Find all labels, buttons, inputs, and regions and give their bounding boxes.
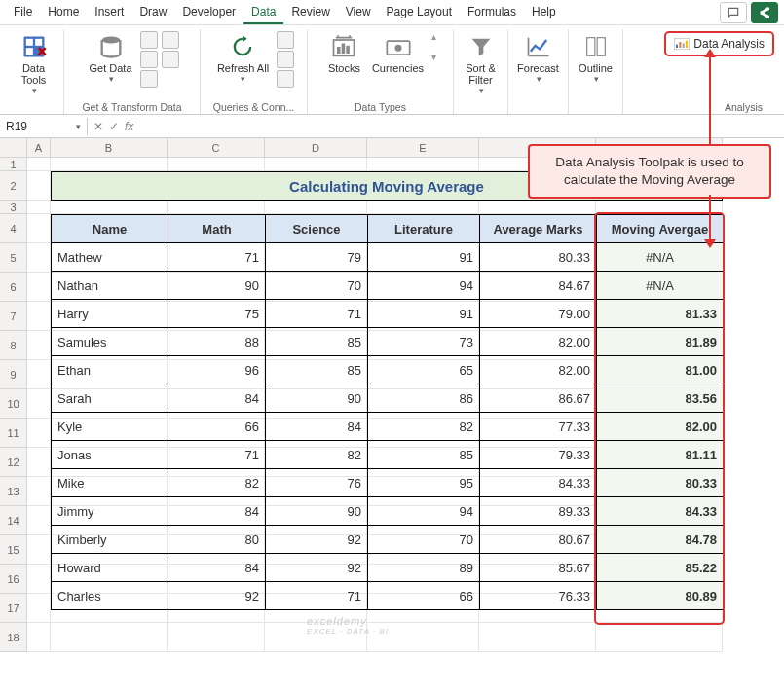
cell-A12[interactable] — [27, 448, 51, 477]
cell-value[interactable]: 77.33 — [480, 413, 597, 441]
cell-value[interactable]: 82 — [168, 469, 266, 497]
cell-value[interactable]: 70 — [266, 272, 368, 300]
cell-value[interactable]: 70 — [368, 526, 480, 554]
name-box[interactable]: R19▾ — [0, 118, 88, 135]
col-header-E[interactable]: E — [367, 138, 479, 158]
cell-value[interactable]: 85 — [368, 441, 480, 469]
sort-filter-button[interactable]: Sort & Filter▾ — [462, 31, 501, 97]
cell-value[interactable]: 95 — [368, 469, 480, 497]
share-button[interactable] — [751, 2, 778, 23]
cell-value[interactable]: 76 — [266, 469, 368, 497]
cell-name[interactable]: Samules — [52, 328, 168, 356]
cell-value[interactable]: 91 — [368, 300, 480, 328]
row-header-5[interactable]: 5 — [0, 243, 27, 273]
comments-button[interactable] — [720, 2, 747, 23]
edit-links-icon[interactable] — [277, 70, 294, 88]
cell-value[interactable]: 89 — [368, 554, 480, 582]
recent-sources-icon[interactable] — [162, 31, 179, 49]
data-tools-button[interactable]: Data Tools▾ — [12, 31, 56, 97]
cell-value[interactable]: 84.67 — [480, 272, 597, 300]
header-average-marks[interactable]: Average Marks — [480, 215, 597, 243]
formula-bar[interactable] — [139, 125, 784, 128]
cell-value[interactable]: 96 — [168, 356, 266, 384]
cell-B3[interactable] — [51, 201, 168, 214]
cell-value[interactable]: 71 — [168, 243, 266, 272]
cell-value[interactable]: 82.00 — [480, 328, 597, 356]
row-header-3[interactable]: 3 — [0, 201, 27, 214]
cell-name[interactable]: Jonas — [52, 441, 168, 469]
cell-B18[interactable] — [51, 623, 168, 652]
cell-A1[interactable] — [27, 158, 51, 171]
cell-A17[interactable] — [27, 594, 51, 623]
from-table-icon[interactable] — [140, 70, 158, 88]
cell-value[interactable]: 84 — [168, 554, 266, 582]
menu-page-layout[interactable]: Page Layout — [379, 1, 460, 24]
cell-value[interactable]: 83.56 — [597, 384, 724, 413]
menu-home[interactable]: Home — [40, 1, 87, 24]
cell-value[interactable]: 79 — [266, 243, 368, 272]
cell-value[interactable]: 92 — [266, 554, 368, 582]
row-header-8[interactable]: 8 — [0, 331, 27, 360]
cell-value[interactable]: 89.33 — [480, 497, 597, 526]
menu-draw[interactable]: Draw — [131, 1, 174, 24]
cell-value[interactable]: 92 — [168, 582, 266, 610]
existing-conn-icon[interactable] — [162, 51, 179, 68]
cell-value[interactable]: 84.33 — [480, 469, 597, 497]
cell-value[interactable]: 86.67 — [480, 384, 597, 413]
cell-value[interactable]: 73 — [368, 328, 480, 356]
cell-value[interactable]: 82 — [266, 441, 368, 469]
cell-value[interactable]: 90 — [168, 272, 266, 300]
row-header-17[interactable]: 17 — [0, 594, 27, 623]
cell-value[interactable]: 71 — [266, 582, 368, 610]
cell-value[interactable]: 84.33 — [597, 497, 724, 526]
cell-A15[interactable] — [27, 535, 51, 565]
cell-value[interactable]: 84 — [266, 413, 368, 441]
cell-name[interactable]: Harry — [52, 300, 168, 328]
cell-value[interactable]: 85 — [266, 328, 368, 356]
enter-icon[interactable]: ✓ — [109, 120, 119, 133]
cell-A2[interactable] — [27, 171, 51, 201]
cell-C18[interactable] — [168, 623, 265, 652]
cell-value[interactable]: 82.00 — [597, 413, 724, 441]
menu-help[interactable]: Help — [524, 1, 564, 24]
cell-value[interactable]: 81.11 — [597, 441, 724, 469]
row-header-4[interactable]: 4 — [0, 214, 27, 243]
outline-button[interactable]: Outline▾ — [575, 31, 616, 86]
row-header-13[interactable]: 13 — [0, 477, 27, 506]
cell-value[interactable]: 71 — [168, 441, 266, 469]
properties-icon[interactable] — [277, 51, 294, 68]
cell-value[interactable]: 84.78 — [597, 526, 724, 554]
row-header-1[interactable]: 1 — [0, 158, 27, 171]
currencies-button[interactable]: Currencies — [368, 31, 428, 76]
cell-name[interactable]: Ethan — [52, 356, 168, 384]
cell-A8[interactable] — [27, 331, 51, 360]
cell-value[interactable]: 92 — [266, 526, 368, 554]
cell-A13[interactable] — [27, 477, 51, 506]
row-header-18[interactable]: 18 — [0, 623, 27, 652]
col-header-B[interactable]: B — [51, 138, 168, 158]
cell-value[interactable]: 94 — [368, 497, 480, 526]
menu-data[interactable]: Data — [243, 1, 283, 24]
row-header-16[interactable]: 16 — [0, 565, 27, 594]
cancel-icon[interactable]: ✕ — [93, 120, 103, 133]
cell-value[interactable]: 66 — [168, 413, 266, 441]
select-all-corner[interactable] — [0, 138, 27, 158]
cell-name[interactable]: Charles — [52, 582, 168, 610]
cell-value[interactable]: #N/A — [597, 272, 724, 300]
cell-value[interactable]: 84 — [168, 384, 266, 413]
cell-name[interactable]: Mathew — [52, 243, 168, 272]
cell-A6[interactable] — [27, 273, 51, 302]
cell-value[interactable]: 80 — [168, 526, 266, 554]
cell-value[interactable]: 71 — [266, 300, 368, 328]
cell-name[interactable]: Kyle — [52, 413, 168, 441]
cell-value[interactable]: 80.33 — [480, 243, 597, 272]
menu-file[interactable]: File — [6, 1, 40, 24]
row-header-11[interactable]: 11 — [0, 419, 27, 448]
cell-value[interactable]: 91 — [368, 243, 480, 272]
cell-A9[interactable] — [27, 360, 51, 389]
menu-view[interactable]: View — [338, 1, 379, 24]
cell-value[interactable]: 80.67 — [480, 526, 597, 554]
get-data-button[interactable]: Get Data▾ — [85, 31, 135, 86]
cell-value[interactable]: 81.89 — [597, 328, 724, 356]
cell-D1[interactable] — [265, 158, 367, 171]
